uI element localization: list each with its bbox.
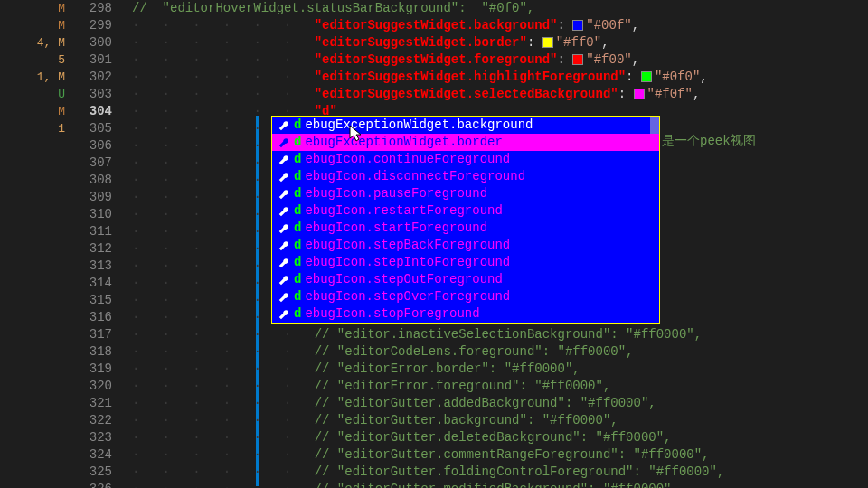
gutter-mark: 1, M: [0, 69, 74, 86]
gutter-mark: 5: [0, 52, 74, 69]
suggest-item[interactable]: debugIcon.pauseForeground: [272, 185, 659, 202]
wrench-icon: [278, 274, 290, 286]
suggest-item[interactable]: debugExceptionWidget.border: [272, 134, 659, 151]
line-number: 321: [74, 395, 112, 412]
code-line[interactable]: · · · · · · "editorSuggestWidget.selecte…: [132, 86, 868, 103]
line-number: 313: [74, 258, 112, 275]
line-number: 311: [74, 223, 112, 240]
line-number-gutter: 2982993003013023033043053063073083093103…: [74, 0, 125, 488]
line-number: 317: [74, 326, 112, 343]
line-number: 319: [74, 361, 112, 378]
line-number: 315: [74, 292, 112, 309]
line-number: 310: [74, 206, 112, 223]
wrench-icon: [278, 136, 290, 149]
code-line[interactable]: · · · · · · // "editorGutter.commentRang…: [132, 446, 868, 464]
suggest-widget[interactable]: debugExceptionWidget.backgrounddebugExce…: [271, 116, 660, 324]
code-line[interactable]: · · · · · · // "editorGutter.background"…: [132, 412, 868, 429]
suggest-item[interactable]: debugIcon.disconnectForeground: [272, 168, 659, 185]
code-line[interactable]: · · · · · · "editorSuggestWidget.foregro…: [132, 52, 868, 69]
line-number: 302: [74, 69, 112, 86]
suggest-item[interactable]: debugIcon.stopForeground: [272, 305, 659, 323]
suggest-item[interactable]: debugIcon.stepOverForeground: [272, 288, 659, 305]
line-number: 318: [74, 343, 112, 361]
line-number: 316: [74, 309, 112, 326]
wrench-icon: [278, 171, 290, 183]
line-number: 301: [74, 52, 112, 69]
line-number: 323: [74, 429, 112, 446]
suggest-item[interactable]: debugIcon.stepBackForeground: [272, 237, 659, 254]
line-number: 305: [74, 120, 112, 137]
line-number: 304: [74, 103, 112, 120]
color-swatch: [572, 54, 583, 65]
line-number: 308: [74, 172, 112, 189]
color-swatch: [542, 37, 553, 48]
gutter-mark: M: [0, 17, 74, 34]
side-annotation: 是一个peek视图: [662, 133, 756, 150]
code-line[interactable]: · · · · · · "editorSuggestWidget.border"…: [132, 34, 868, 52]
gutter-mark: 1: [0, 120, 74, 137]
wrench-icon: [278, 188, 290, 201]
color-swatch: [634, 89, 645, 99]
suggest-item[interactable]: debugIcon.continueForeground: [272, 151, 659, 168]
suggest-item[interactable]: debugExceptionWidget.background: [272, 117, 659, 134]
line-number: 320: [74, 378, 112, 395]
code-line[interactable]: · · · · · · // "editorCodeLens.foregroun…: [132, 343, 868, 361]
line-number: 326: [74, 481, 112, 488]
suggest-item[interactable]: debugIcon.restartForeground: [272, 202, 659, 220]
wrench-icon: [278, 119, 290, 132]
line-number: 324: [74, 446, 112, 464]
gutter-mark: M: [0, 0, 74, 17]
wrench-icon: [278, 205, 290, 218]
code-line[interactable]: · · · · · · "editorSuggestWidget.backgro…: [132, 17, 868, 34]
code-line[interactable]: · · · · · · // "editorGutter.foldingCont…: [132, 464, 868, 481]
wrench-icon: [278, 308, 290, 321]
line-number: 314: [74, 275, 112, 292]
color-swatch: [641, 71, 652, 82]
line-number: 312: [74, 240, 112, 258]
code-line[interactable]: · · · · · · // "editorGutter.deletedBack…: [132, 429, 868, 446]
wrench-icon: [278, 239, 290, 252]
code-line[interactable]: · · · · · · // "editorError.foreground":…: [132, 378, 868, 395]
line-number: 309: [74, 189, 112, 206]
code-line[interactable]: // "editorHoverWidget.statusBarBackgroun…: [132, 0, 868, 17]
line-number: 306: [74, 137, 112, 155]
gutter-mark: M: [0, 103, 74, 120]
suggest-item[interactable]: debugIcon.stepOutForeground: [272, 271, 659, 288]
line-number: 322: [74, 412, 112, 429]
line-number: 298: [74, 0, 112, 17]
line-number: 299: [74, 17, 112, 34]
wrench-icon: [278, 154, 290, 166]
line-number: 325: [74, 464, 112, 481]
wrench-icon: [278, 222, 290, 235]
suggest-item[interactable]: debugIcon.startForeground: [272, 220, 659, 237]
suggest-item[interactable]: debugIcon.stepIntoForeground: [272, 254, 659, 271]
wrench-icon: [278, 257, 290, 269]
line-number: 307: [74, 155, 112, 172]
gutter-mark: 4, M: [0, 34, 74, 52]
code-line[interactable]: · · · · · · // "editorGutter.addedBackgr…: [132, 395, 868, 412]
change-gutter: MM4, M51, MUM1: [0, 0, 74, 488]
code-line[interactable]: · · · · · · // "editor.inactiveSelection…: [132, 326, 868, 343]
line-number: 303: [74, 86, 112, 103]
line-number: 300: [74, 34, 112, 52]
wrench-icon: [278, 291, 290, 304]
code-line[interactable]: · · · · · · "editorSuggestWidget.highlig…: [132, 69, 868, 86]
color-swatch: [572, 20, 583, 31]
code-line[interactable]: · · · · · · // "editorError.border": "#f…: [132, 361, 868, 378]
gutter-mark: U: [0, 86, 74, 103]
suggest-scrollbar[interactable]: [650, 117, 659, 134]
code-line[interactable]: · · · · · · // "editorGutter.modifiedBac…: [132, 481, 868, 488]
